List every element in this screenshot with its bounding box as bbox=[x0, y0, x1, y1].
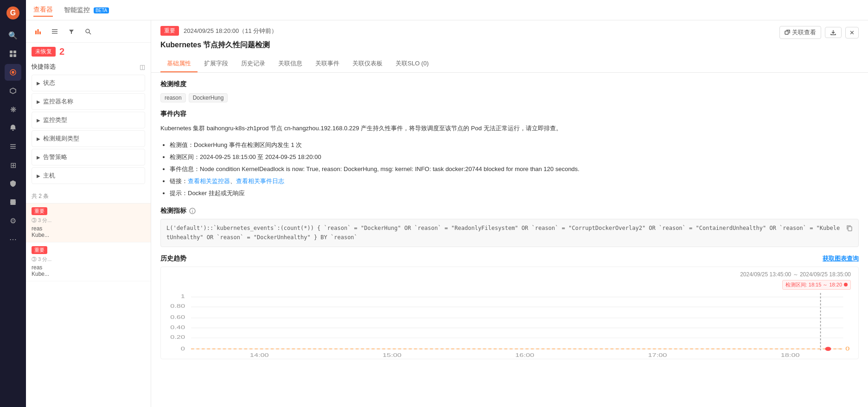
filter-host-header[interactable]: ▶ 主机 bbox=[32, 168, 145, 184]
svg-text:0.20: 0.20 bbox=[170, 334, 185, 340]
filter-alert-policy-header[interactable]: ▶ 告警策略 bbox=[32, 149, 145, 165]
filter-host: ▶ 主机 bbox=[32, 167, 145, 184]
filter-monitor-name: ▶ 监控器名称 bbox=[32, 93, 145, 110]
svg-text:G: G bbox=[10, 9, 16, 17]
filter-monitor-name-header[interactable]: ▶ 监控器名称 bbox=[32, 94, 145, 109]
alert-name-1: reas bbox=[32, 225, 145, 232]
svg-text:i: i bbox=[192, 209, 193, 214]
alert-time-2: ③ 3 分... bbox=[32, 256, 145, 263]
filter-rule-type-header[interactable]: ▶ 检测规则类型 bbox=[32, 131, 145, 146]
metric-info-icon: i bbox=[189, 208, 196, 214]
detail-header: 重要 2024/09/25 18:20:00（11 分钟前） 关联查看 ✕ Ku… bbox=[151, 20, 868, 73]
unresolved-header: 未恢复 2 bbox=[26, 43, 151, 59]
event-content-title: 事件内容 bbox=[160, 110, 859, 118]
alert-list-item-2[interactable]: 重要 ③ 3 分... reas Kube... bbox=[26, 242, 151, 281]
svg-rect-10 bbox=[10, 146, 16, 147]
close-btn[interactable]: ✕ bbox=[845, 27, 859, 38]
related-view-btn[interactable]: 关联查看 bbox=[779, 26, 821, 39]
list-view-btn[interactable] bbox=[48, 25, 61, 38]
middle-toolbar bbox=[26, 20, 151, 43]
tab-related-info[interactable]: 关联信息 bbox=[272, 56, 309, 72]
detail-panel: 重要 2024/09/25 18:20:00（11 分钟前） 关联查看 ✕ Ku… bbox=[151, 20, 868, 407]
svg-rect-12 bbox=[10, 199, 16, 201]
middle-panel: 未恢复 2 快捷筛选 ◫ ▶ 状态 ▶ 监控器名 bbox=[26, 20, 151, 407]
sidebar-item-list[interactable] bbox=[5, 138, 21, 155]
filter-monitor-type-header[interactable]: ▶ 监控类型 bbox=[32, 112, 145, 128]
alert-timestamp: 2024/09/25 18:20:00（11 分钟前） bbox=[184, 27, 277, 35]
sidebar-item-monitor[interactable] bbox=[5, 64, 21, 81]
metric-query: L('default')::`kubernetes_events`:(count… bbox=[160, 219, 859, 247]
alert-name-2: reas bbox=[32, 264, 145, 271]
filter-status-header[interactable]: ▶ 状态 bbox=[32, 75, 145, 91]
sidebar-item-alert[interactable] bbox=[5, 120, 21, 136]
beta-badge: BETA bbox=[94, 7, 109, 13]
svg-rect-13 bbox=[10, 203, 16, 205]
tab-basic[interactable]: 基础属性 bbox=[160, 56, 198, 72]
alert-main-title: Kubernetes 节点持久性问题检测 bbox=[160, 40, 859, 50]
chart-date-range: 2024/09/25 13:45:00 ～ 2024/09/25 18:35:0… bbox=[740, 271, 851, 279]
svg-marker-8 bbox=[10, 88, 16, 94]
history-chart: 1 0.80 0.60 0.40 0.20 0 bbox=[168, 293, 851, 358]
svg-rect-11 bbox=[10, 148, 16, 149]
svg-text:0.60: 0.60 bbox=[170, 314, 185, 320]
collapse-filter-btn[interactable]: ◫ bbox=[140, 64, 145, 70]
sidebar-item-network[interactable] bbox=[5, 83, 21, 99]
svg-text:1: 1 bbox=[181, 293, 185, 299]
quick-filter-title: 快捷筛选 ◫ bbox=[32, 63, 145, 71]
export-btn[interactable] bbox=[825, 27, 842, 38]
svg-rect-24 bbox=[785, 31, 788, 34]
svg-rect-18 bbox=[52, 29, 57, 30]
event-item-4: 链接：查看相关监控器、查看相关事件日志 bbox=[170, 175, 859, 187]
history-section: 历史趋势 获取图表查询 2024/09/25 13:45:00 ～ 2024/0… bbox=[160, 254, 859, 359]
svg-text:14:00: 14:00 bbox=[250, 352, 269, 358]
sidebar-item-storage[interactable] bbox=[5, 194, 21, 210]
svg-rect-16 bbox=[38, 29, 39, 34]
search-btn[interactable] bbox=[82, 25, 95, 38]
detection-dimensions-title: 检测维度 bbox=[160, 80, 859, 89]
tab-related-events[interactable]: 关联事件 bbox=[309, 56, 346, 72]
tab-extended[interactable]: 扩展字段 bbox=[198, 56, 235, 72]
sidebar-item-plugin[interactable]: ⊞ bbox=[5, 157, 21, 173]
tab-related-slo[interactable]: 关联SLO (0) bbox=[389, 56, 435, 72]
filter-status: ▶ 状态 bbox=[32, 75, 145, 91]
event-list: 检测值：DockerHung 事件在检测区间内发生 1 次 检测区间：2024-… bbox=[160, 139, 859, 199]
svg-rect-4 bbox=[10, 54, 13, 57]
top-nav: 查看器 智能监控 BETA bbox=[26, 0, 868, 20]
svg-text:18:00: 18:00 bbox=[781, 352, 800, 358]
sidebar-item-search[interactable]: 🔍 bbox=[5, 27, 21, 44]
history-title: 历史趋势 获取图表查询 bbox=[160, 254, 859, 263]
sidebar-item-more[interactable]: ⋯ bbox=[5, 231, 21, 248]
chart-view-btn[interactable] bbox=[32, 25, 45, 38]
svg-text:0.40: 0.40 bbox=[170, 324, 185, 330]
tab-related-dashboard[interactable]: 关联仪表板 bbox=[346, 56, 389, 72]
link-monitor[interactable]: 查看相关监控器 bbox=[188, 178, 230, 184]
tag-reason: reason bbox=[160, 93, 186, 102]
copy-query-btn[interactable] bbox=[846, 224, 853, 234]
tab-history[interactable]: 历史记录 bbox=[235, 56, 272, 72]
nav-item-viewer[interactable]: 查看器 bbox=[33, 4, 53, 17]
event-item-1: 检测值：DockerHung 事件在检测区间内发生 1 次 bbox=[170, 139, 859, 151]
svg-rect-2 bbox=[10, 51, 13, 53]
filter-monitor-type: ▶ 监控类型 bbox=[32, 112, 145, 128]
app-logo: G bbox=[5, 5, 21, 21]
event-item-2: 检测区间：2024-09-25 18:15:00 至 2024-09-25 18… bbox=[170, 151, 859, 163]
sidebar: G 🔍 ❋ ⊞ ⚙ ⋯ bbox=[0, 0, 26, 407]
svg-text:16:00: 16:00 bbox=[515, 352, 534, 358]
svg-text:→ 0: → 0 bbox=[836, 346, 849, 351]
link-events[interactable]: 查看相关事件日志 bbox=[236, 178, 284, 184]
alert-list: 重要 ③ 3 分... reas Kube... 重要 ③ 3 分... rea… bbox=[26, 204, 151, 407]
sidebar-item-security[interactable] bbox=[5, 175, 21, 192]
chart-query-link[interactable]: 获取图表查询 bbox=[823, 254, 859, 263]
sidebar-item-settings[interactable]: ⚙ bbox=[5, 212, 21, 229]
alert-badge-2: 重要 bbox=[32, 246, 47, 254]
svg-rect-3 bbox=[13, 51, 16, 53]
alert-list-item-1[interactable]: 重要 ③ 3 分... reas Kube... bbox=[26, 204, 151, 242]
nav-item-smart[interactable]: 智能监控 BETA bbox=[64, 4, 109, 16]
svg-text:17:00: 17:00 bbox=[648, 352, 667, 358]
sidebar-item-cluster[interactable]: ❋ bbox=[5, 101, 21, 118]
filter-dropdown-btn[interactable] bbox=[65, 25, 78, 38]
unresolved-badge: 未恢复 bbox=[32, 47, 56, 57]
svg-rect-5 bbox=[13, 54, 16, 57]
sidebar-item-dashboard[interactable] bbox=[5, 45, 21, 62]
svg-text:0.80: 0.80 bbox=[170, 303, 185, 309]
